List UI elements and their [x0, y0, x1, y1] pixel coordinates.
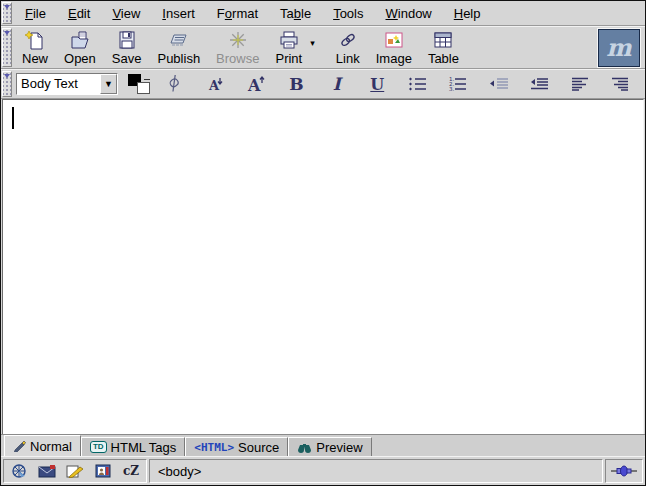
browse-button-label: Browse: [216, 52, 259, 66]
tab-html-tags-label: HTML Tags: [111, 440, 177, 455]
publish-button-label: Publish: [157, 52, 200, 66]
indent-icon: [529, 76, 549, 92]
open-button[interactable]: Open: [56, 28, 104, 68]
background-color-swatch[interactable]: [137, 82, 150, 94]
menu-insert[interactable]: Insert: [151, 1, 206, 25]
insert-table-button[interactable]: Table: [420, 28, 467, 68]
image-button-label: Image: [376, 52, 412, 66]
preview-binoculars-icon: [297, 442, 312, 453]
element-path-panel[interactable]: <body>: [149, 459, 603, 483]
menu-tools[interactable]: Tools: [322, 1, 374, 25]
highlight-color-button[interactable]: [162, 72, 188, 96]
tab-html-tags[interactable]: TD HTML Tags: [81, 437, 185, 456]
outdent-button[interactable]: [486, 72, 512, 96]
browse-icon: [227, 29, 249, 51]
italic-button[interactable]: I: [324, 72, 350, 96]
menu-view[interactable]: View: [101, 1, 151, 25]
online-status-indicator[interactable]: [605, 459, 643, 483]
tab-normal-label: Normal: [30, 439, 72, 454]
save-button[interactable]: Save: [104, 28, 150, 68]
indent-button[interactable]: [526, 72, 552, 96]
normal-pen-icon: [13, 440, 26, 452]
image-icon: [383, 29, 405, 51]
numbered-list-button[interactable]: 1.2.3.: [445, 72, 471, 96]
tab-source-label: Source: [238, 440, 279, 455]
menu-help[interactable]: Help: [443, 1, 492, 25]
mozilla-throbber-button[interactable]: m: [598, 29, 640, 67]
save-floppy-icon: [116, 29, 138, 51]
open-button-label: Open: [64, 52, 96, 66]
menu-window-label: Window: [386, 6, 432, 21]
underline-button[interactable]: U: [364, 72, 390, 96]
format-toolbar: Body Text ▼ A: [1, 69, 645, 99]
print-button-group: Print ▾: [267, 28, 317, 68]
align-right-button[interactable]: [607, 72, 633, 96]
print-button-label: Print: [275, 52, 302, 66]
table-button-label: Table: [428, 52, 459, 66]
td-tag-icon: TD: [90, 441, 107, 453]
menu-edit-label: Edit: [68, 6, 90, 21]
menu-table[interactable]: Table: [269, 1, 322, 25]
bold-icon: B: [289, 74, 303, 94]
link-icon: [337, 29, 359, 51]
format-toolbar-grippy[interactable]: [2, 71, 12, 97]
composer-icon[interactable]: [65, 462, 85, 480]
menu-file-label: File: [25, 6, 46, 21]
navigator-icon[interactable]: [9, 462, 29, 480]
chevron-down-icon: ▼: [100, 74, 117, 94]
font-smaller-icon: A: [205, 75, 225, 93]
font-larger-icon: A: [245, 74, 267, 94]
editor-canvas[interactable]: [2, 99, 644, 434]
print-dropdown-arrow[interactable]: ▾: [310, 28, 318, 48]
tab-preview-label: Preview: [316, 440, 362, 455]
paragraph-style-select[interactable]: Body Text ▼: [16, 73, 118, 95]
align-left-button[interactable]: [567, 72, 593, 96]
menu-format[interactable]: Format: [206, 1, 269, 25]
main-toolbar-grippy[interactable]: [2, 28, 12, 67]
mail-icon[interactable]: [37, 462, 57, 480]
component-bar: cZ: [3, 459, 147, 483]
tab-source[interactable]: <HTML> Source: [185, 437, 288, 456]
chatzilla-icon[interactable]: cZ: [121, 462, 141, 480]
numbered-list-icon: 1.2.3.: [448, 76, 468, 92]
bold-button[interactable]: B: [283, 72, 309, 96]
menu-insert-label: Insert: [162, 6, 195, 21]
main-toolbar: New Open Save: [1, 26, 645, 69]
menubar-grippy[interactable]: [2, 2, 12, 24]
print-icon: [278, 29, 300, 51]
publish-button[interactable]: Publish: [149, 28, 208, 68]
bullet-list-icon: [408, 76, 428, 92]
print-button[interactable]: Print: [267, 28, 310, 68]
tab-normal[interactable]: Normal: [4, 435, 81, 456]
address-book-icon[interactable]: [93, 462, 113, 480]
paragraph-style-value: Body Text: [17, 74, 100, 94]
increase-font-size-button[interactable]: A: [243, 72, 269, 96]
align-left-icon: [570, 76, 590, 92]
svg-text:A: A: [247, 76, 261, 94]
decrease-font-size-button[interactable]: A: [202, 72, 228, 96]
italic-icon: I: [333, 74, 341, 94]
text-caret: [12, 107, 14, 129]
chatzilla-label: cZ: [123, 464, 139, 478]
underline-icon: U: [370, 75, 384, 94]
swatch-tick: [144, 79, 150, 80]
link-button[interactable]: Link: [328, 28, 368, 68]
new-button[interactable]: New: [14, 28, 56, 68]
align-right-icon: [610, 76, 630, 92]
bullet-list-button[interactable]: [405, 72, 431, 96]
menu-edit[interactable]: Edit: [57, 1, 101, 25]
browse-button: Browse: [208, 28, 267, 68]
menu-file[interactable]: File: [14, 1, 57, 25]
text-color-picker[interactable]: [128, 73, 150, 95]
format-buttons: A A B I U: [150, 72, 639, 96]
image-button[interactable]: Image: [368, 28, 420, 68]
menu-window[interactable]: Window: [375, 1, 443, 25]
menu-table-label: Table: [280, 6, 311, 21]
tab-preview[interactable]: Preview: [288, 437, 371, 456]
element-path-text: <body>: [158, 464, 201, 479]
table-icon: [432, 29, 454, 51]
menu-format-label: Format: [217, 6, 258, 21]
online-plug-icon: [611, 465, 637, 477]
outdent-icon: [489, 76, 509, 92]
status-bar: cZ <body>: [1, 456, 645, 485]
